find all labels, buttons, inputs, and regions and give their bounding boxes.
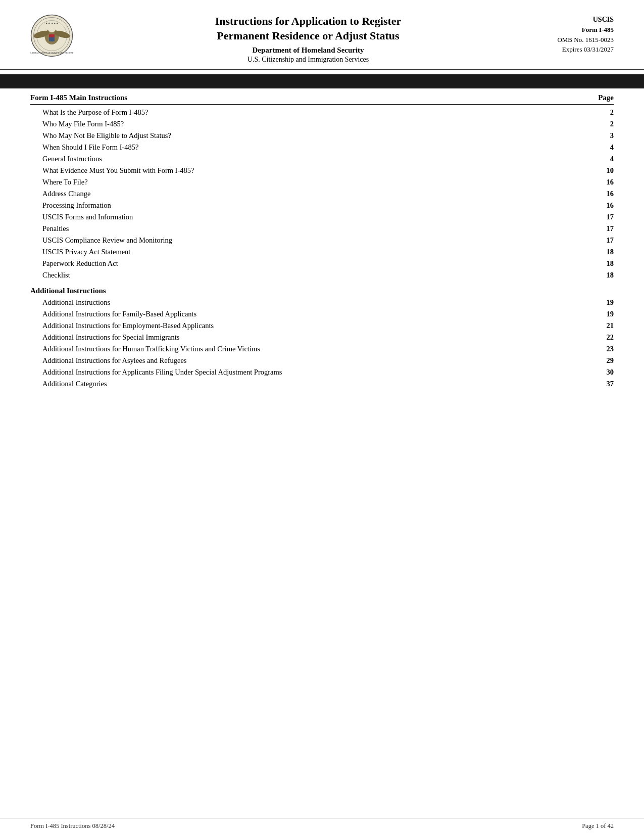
document-title-line1: Instructions for Application to Register (83, 14, 533, 29)
toc-item-label: Additional Instructions for Employment-B… (42, 321, 599, 330)
toc-item-label: Address Change (42, 190, 599, 198)
toc-row: Processing Information 16 (30, 200, 614, 211)
toc-row: Additional Instructions for Employment-B… (30, 320, 614, 332)
toc-item-label: USCIS Forms and Information (42, 213, 599, 221)
toc-item-label: Additional Instructions for Human Traffi… (42, 345, 599, 353)
department-name: Department of Homeland Security (83, 46, 533, 55)
toc-item-page: 19 (599, 298, 614, 307)
toc-row: Additional Instructions for Special Immi… (30, 332, 614, 343)
toc-row: Additional Instructions 19 (30, 297, 614, 308)
toc-item-label: Paperwork Reduction Act (42, 259, 599, 268)
header: ★ ★ ★ ★ ★ U.S. DEPARTMENT OF HOMELAND SE… (0, 0, 644, 70)
toc-section2-heading: Additional Instructions (30, 287, 599, 295)
toc-item-label: Who May File Form I-485? (42, 120, 599, 128)
uscis-label: USCIS (533, 14, 614, 25)
toc-item-label: Additional Instructions for Applicants F… (42, 368, 599, 377)
toc-item-page: 3 (599, 131, 614, 140)
toc-item-label: USCIS Compliance Review and Monitoring (42, 236, 599, 245)
toc-item-page: 17 (599, 213, 614, 221)
toc-row: Penalties 17 (30, 223, 614, 235)
header-center: Instructions for Application to Register… (83, 14, 533, 64)
toc-item-label: Additional Instructions for Family-Based… (42, 310, 599, 318)
toc-item-label: Who May Not Be Eligible to Adjust Status… (42, 131, 599, 140)
toc-item-page: 21 (599, 321, 614, 330)
toc-item-page: 4 (599, 155, 614, 163)
svg-point-6 (48, 24, 56, 32)
toc-item-label: General Instructions (42, 155, 599, 163)
footer-right: Page 1 of 42 (582, 822, 614, 830)
toc-item-label: Where To File? (42, 178, 599, 187)
toc-row: What Evidence Must You Submit with Form … (30, 165, 614, 176)
toc-item-page: 4 (599, 143, 614, 152)
toc-page-col-header: Page (598, 94, 614, 102)
toc-row: USCIS Compliance Review and Monitoring 1… (30, 235, 614, 246)
toc-item-label: When Should I File Form I-485? (42, 143, 599, 152)
header-right-block: USCIS Form I-485 OMB No. 1615-0023 Expir… (533, 14, 614, 55)
page: ★ ★ ★ ★ ★ U.S. DEPARTMENT OF HOMELAND SE… (0, 0, 644, 834)
toc-row: Who May File Form I-485? 2 (30, 118, 614, 130)
toc-item-page: 16 (599, 201, 614, 210)
dark-banner (0, 74, 644, 88)
toc-item-label: Processing Information (42, 201, 599, 210)
toc-row: Additional Instructions for Human Traffi… (30, 343, 614, 355)
toc-item-page: 16 (599, 178, 614, 187)
toc-item-page: 10 (599, 166, 614, 175)
toc-item-page: 2 (599, 108, 614, 117)
agency-name: U.S. Citizenship and Immigration Service… (83, 56, 533, 64)
toc-header-row: Form I-485 Main Instructions Page (30, 94, 614, 105)
toc-item-page: 17 (599, 236, 614, 245)
footer: Form I-485 Instructions 08/28/24 Page 1 … (0, 818, 644, 834)
toc-item-label: Additional Instructions for Asylees and … (42, 356, 599, 365)
toc-item-page: 30 (599, 368, 614, 377)
toc-item-label: Checklist (42, 271, 599, 280)
expiration-date: Expires 03/31/2027 (533, 44, 614, 55)
toc-main-rows: What Is the Purpose of Form I-485? 2 Who… (30, 107, 614, 281)
svg-rect-8 (49, 34, 55, 37)
toc-content: Form I-485 Main Instructions Page What I… (0, 88, 644, 405)
toc-row: What Is the Purpose of Form I-485? 2 (30, 107, 614, 118)
toc-item-label: USCIS Privacy Act Statement (42, 248, 599, 256)
document-title-line2: Permanent Residence or Adjust Status (83, 29, 533, 43)
toc-item-page: 2 (599, 120, 614, 128)
toc-item-label: Additional Categories (42, 380, 599, 388)
toc-item-page: 37 (599, 380, 614, 388)
toc-row: General Instructions 4 (30, 153, 614, 165)
toc-item-page: 17 (599, 224, 614, 233)
toc-item-label: What Is the Purpose of Form I-485? (42, 108, 599, 117)
toc-item-label: Additional Instructions for Special Immi… (42, 333, 599, 342)
toc-row: Additional Instructions for Asylees and … (30, 355, 614, 366)
agency-seal: ★ ★ ★ ★ ★ U.S. DEPARTMENT OF HOMELAND SE… (30, 14, 73, 57)
toc-row: When Should I File Form I-485? 4 (30, 142, 614, 153)
svg-text:U.S. DEPARTMENT OF HOMELAND SE: U.S. DEPARTMENT OF HOMELAND SECURITY (30, 52, 73, 54)
toc-item-page: 19 (599, 310, 614, 318)
toc-item-page: 16 (599, 190, 614, 198)
svg-text:★ ★ ★ ★ ★: ★ ★ ★ ★ ★ (45, 22, 59, 25)
toc-row: USCIS Privacy Act Statement 18 (30, 246, 614, 258)
toc-row: Additional Instructions for Family-Based… (30, 308, 614, 320)
toc-row: Checklist 18 (30, 269, 614, 281)
toc-item-page: 18 (599, 271, 614, 280)
toc-item-label: Additional Instructions (42, 298, 599, 307)
toc-row: Additional Categories 37 (30, 378, 614, 390)
toc-row: USCIS Forms and Information 17 (30, 211, 614, 223)
toc-section1-heading: Form I-485 Main Instructions (30, 94, 127, 102)
toc-item-page: 22 (599, 333, 614, 342)
toc-additional-rows: Additional Instructions 19 Additional In… (30, 297, 614, 390)
toc-item-label: What Evidence Must You Submit with Form … (42, 166, 599, 175)
toc-item-page: 18 (599, 259, 614, 268)
toc-row: Who May Not Be Eligible to Adjust Status… (30, 130, 614, 142)
omb-number: OMB No. 1615-0023 (533, 35, 614, 45)
toc-row: Where To File? 16 (30, 176, 614, 188)
toc-item-page: 29 (599, 356, 614, 365)
toc-item-page: 23 (599, 345, 614, 353)
toc-item-page: 18 (599, 248, 614, 256)
toc-section2-heading-row: Additional Instructions (30, 285, 614, 297)
toc-item-label: Penalties (42, 224, 599, 233)
toc-row: Additional Instructions for Applicants F… (30, 366, 614, 378)
form-number: Form I-485 (533, 25, 614, 35)
toc-row: Paperwork Reduction Act 18 (30, 258, 614, 269)
toc-row: Address Change 16 (30, 188, 614, 200)
footer-left: Form I-485 Instructions 08/28/24 (30, 822, 115, 830)
